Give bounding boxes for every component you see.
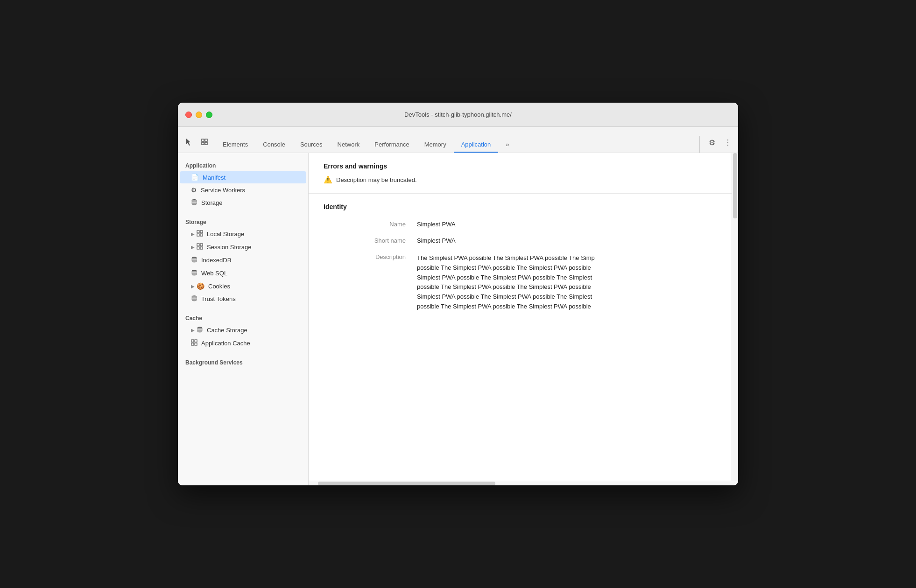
svg-rect-6 xyxy=(197,231,199,233)
svg-rect-3 xyxy=(205,142,207,145)
errors-section-title: Errors and warnings xyxy=(324,162,717,170)
tab-sources[interactable]: Sources xyxy=(293,137,330,153)
svg-rect-9 xyxy=(200,234,203,236)
database-icon xyxy=(191,199,197,207)
svg-rect-22 xyxy=(191,340,194,342)
sidebar-item-label: IndexedDB xyxy=(201,257,231,264)
tab-console[interactable]: Console xyxy=(255,137,293,153)
traffic-lights xyxy=(185,112,212,118)
grid-icon xyxy=(197,243,203,251)
sidebar-item-label: Trust Tokens xyxy=(201,295,236,302)
toolbar: Elements Console Sources Network Perform… xyxy=(178,127,738,153)
sidebar-item-session-storage[interactable]: ▶ Session Storage xyxy=(180,241,306,253)
svg-rect-13 xyxy=(200,247,203,249)
svg-point-19 xyxy=(192,298,197,299)
sidebar-item-trust-tokens[interactable]: Trust Tokens xyxy=(180,293,306,305)
maximize-button[interactable] xyxy=(206,112,212,118)
svg-point-5 xyxy=(192,202,197,203)
tab-performance[interactable]: Performance xyxy=(367,137,416,153)
vertical-scrollbar-thumb[interactable] xyxy=(733,153,737,218)
expand-arrow-icon: ▶ xyxy=(191,328,195,333)
vertical-scrollbar[interactable] xyxy=(732,153,738,481)
svg-rect-1 xyxy=(205,139,207,141)
svg-rect-11 xyxy=(200,244,203,246)
svg-rect-12 xyxy=(197,247,199,249)
sidebar-item-indexeddb[interactable]: IndexedDB xyxy=(180,254,306,266)
svg-rect-10 xyxy=(197,244,199,246)
sidebar-item-label: Session Storage xyxy=(207,244,251,251)
inspect-icon[interactable] xyxy=(197,135,211,149)
sidebar-item-label: Storage xyxy=(201,199,223,206)
close-button[interactable] xyxy=(185,112,192,118)
sidebar-item-label: Local Storage xyxy=(207,231,244,238)
sidebar-item-local-storage[interactable]: ▶ Local Storage xyxy=(180,228,306,240)
sidebar: Application 📄 Manifest ⚙ Service Workers xyxy=(178,153,309,485)
tab-elements[interactable]: Elements xyxy=(215,137,255,153)
warning-text: Description may be truncated. xyxy=(336,176,417,183)
sidebar-item-application-cache[interactable]: Application Cache xyxy=(180,337,306,350)
svg-rect-7 xyxy=(200,231,203,233)
sidebar-item-service-workers[interactable]: ⚙ Service Workers xyxy=(180,184,306,196)
tab-bar: Elements Console Sources Network Perform… xyxy=(215,137,696,153)
description-row: Description The Simplest PWA possible Th… xyxy=(324,249,717,316)
svg-rect-2 xyxy=(202,142,204,145)
svg-rect-0 xyxy=(202,139,204,141)
sidebar-item-manifest[interactable]: 📄 Manifest xyxy=(180,171,306,183)
grid-icon xyxy=(191,339,197,347)
expand-arrow-icon: ▶ xyxy=(191,245,195,250)
sidebar-section-storage: Storage xyxy=(178,215,308,227)
sidebar-section-cache: Cache xyxy=(178,311,308,323)
identity-section: Identity Name Simplest PWA Short name Si… xyxy=(309,194,732,326)
toolbar-icon-group xyxy=(182,135,211,153)
tab-more[interactable]: » xyxy=(498,137,516,153)
svg-point-15 xyxy=(192,259,197,260)
sidebar-item-label: Application Cache xyxy=(201,340,250,347)
tab-memory[interactable]: Memory xyxy=(417,137,454,153)
database-icon xyxy=(197,326,203,334)
sidebar-item-web-sql[interactable]: Web SQL xyxy=(180,267,306,280)
tab-application[interactable]: Application xyxy=(454,137,499,153)
expand-arrow-icon: ▶ xyxy=(191,231,195,237)
window-title: DevTools - stitch-glib-typhoon.glitch.me… xyxy=(404,111,512,118)
sidebar-item-cache-storage[interactable]: ▶ Cache Storage xyxy=(180,324,306,336)
sidebar-item-label: Service Workers xyxy=(201,187,245,194)
title-bar: DevTools - stitch-glib-typhoon.glitch.me… xyxy=(178,103,738,127)
cursor-icon[interactable] xyxy=(182,135,196,149)
horizontal-scrollbar-thumb[interactable] xyxy=(318,482,495,485)
database-icon xyxy=(191,256,197,264)
sidebar-item-cookies[interactable]: ▶ 🍪 Cookies xyxy=(180,280,306,292)
database-icon xyxy=(191,269,197,277)
name-row: Name Simplest PWA xyxy=(324,216,717,232)
name-label: Name xyxy=(324,216,417,232)
svg-point-21 xyxy=(197,329,202,330)
document-icon: 📄 xyxy=(191,174,199,181)
description-label: Description xyxy=(324,249,417,265)
expand-arrow-icon: ▶ xyxy=(191,284,195,289)
horizontal-scrollbar-track[interactable] xyxy=(309,481,738,485)
devtools-window: DevTools - stitch-glib-typhoon.glitch.me… xyxy=(178,103,738,485)
sidebar-item-storage-top[interactable]: Storage xyxy=(180,196,306,209)
svg-rect-25 xyxy=(195,343,197,345)
sidebar-section-background-services: Background Services xyxy=(178,356,308,368)
svg-point-17 xyxy=(192,272,197,273)
short-name-value: Simplest PWA xyxy=(417,232,717,249)
panel-wrapper: Errors and warnings ⚠️ Description may b… xyxy=(309,153,738,485)
more-options-icon[interactable]: ⋮ xyxy=(721,136,734,149)
svg-rect-23 xyxy=(195,340,197,342)
panel-and-scrollbar: Errors and warnings ⚠️ Description may b… xyxy=(309,153,738,481)
sidebar-item-label: Manifest xyxy=(203,174,225,181)
minimize-button[interactable] xyxy=(196,112,202,118)
sidebar-item-label: Cookies xyxy=(208,283,230,290)
warning-row: ⚠️ Description may be truncated. xyxy=(324,175,717,184)
sidebar-item-label: Cache Storage xyxy=(207,327,247,334)
tab-network[interactable]: Network xyxy=(330,137,367,153)
short-name-label: Short name xyxy=(324,232,417,249)
description-value: The Simplest PWA possible The Simplest P… xyxy=(417,249,717,316)
grid-icon xyxy=(197,230,203,238)
svg-rect-8 xyxy=(197,234,199,236)
settings-icon[interactable]: ⚙ xyxy=(705,136,719,149)
identity-section-title: Identity xyxy=(324,203,717,210)
sidebar-item-label: Web SQL xyxy=(201,270,227,277)
main-content: Application 📄 Manifest ⚙ Service Workers xyxy=(178,153,738,485)
sidebar-section-application: Application xyxy=(178,159,308,171)
